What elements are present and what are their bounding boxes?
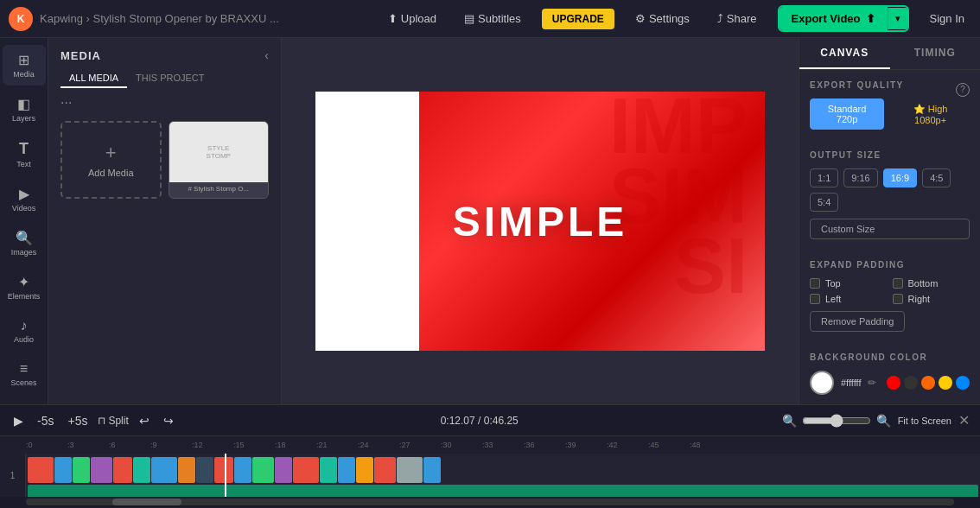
add-media-card[interactable]: + Add Media	[60, 121, 162, 199]
sidebar-item-videos[interactable]: ▶ Videos	[3, 179, 46, 219]
sidebar-item-layers[interactable]: ◧ Layers	[3, 89, 46, 130]
clip-13[interactable]	[275, 457, 292, 483]
sidebar-item-images[interactable]: 🔍 Images	[3, 223, 46, 264]
left-checkbox[interactable]	[810, 294, 820, 304]
help-icon[interactable]: ?	[956, 83, 970, 97]
split-button[interactable]: ⊓ Split	[98, 415, 128, 427]
images-icon: 🔍	[16, 230, 33, 246]
upgrade-button[interactable]: UPGRADE	[542, 9, 614, 29]
track-clips	[26, 457, 980, 483]
zoom-out-icon[interactable]: 🔍	[782, 414, 797, 428]
size-16-9-button[interactable]: 16:9	[883, 168, 917, 187]
clip-12[interactable]	[252, 457, 274, 483]
clip-14[interactable]	[293, 457, 319, 483]
quality-premium-button[interactable]: ⭐ High 1080p+	[891, 98, 970, 130]
sidebar-item-media[interactable]: ⊞ Media	[3, 45, 46, 86]
track-label: 1	[0, 454, 26, 497]
sidebar-item-text[interactable]: T Text	[3, 133, 46, 175]
custom-size-button[interactable]: Custom Size	[810, 219, 970, 239]
scrollbar-thumb[interactable]	[112, 498, 181, 505]
bg-color-hex: #ffffff	[841, 378, 861, 388]
export-dropdown-button[interactable]: ▾	[888, 8, 907, 29]
collapse-icon[interactable]: ‹	[264, 48, 269, 62]
undo-button[interactable]: ↩	[136, 412, 153, 429]
fit-screen-button[interactable]: Fit to Screen	[898, 416, 951, 426]
clip-9[interactable]	[196, 457, 213, 483]
clip-10[interactable]	[214, 457, 233, 483]
sidebar-item-scenes[interactable]: ≡ Scenes	[3, 354, 46, 394]
media-header: MEDIA ‹	[48, 38, 281, 69]
settings-button[interactable]: ⚙ Settings	[628, 9, 697, 29]
share-button[interactable]: ⤴ Share	[710, 9, 764, 29]
track-row-1: 1	[0, 454, 980, 497]
settings-icon: ⚙	[635, 12, 646, 25]
signin-button[interactable]: Sign In	[923, 9, 971, 29]
color-dot-red[interactable]	[887, 376, 900, 390]
remove-padding-button[interactable]: Remove Padding	[810, 311, 905, 332]
sidebar-item-audio[interactable]: ♪ Audio	[3, 311, 46, 351]
skip-back-button[interactable]: -5s	[34, 412, 57, 429]
right-checkbox[interactable]	[893, 294, 903, 304]
top-checkbox[interactable]	[810, 278, 820, 289]
upload-button[interactable]: ⬆ Upload	[381, 9, 443, 29]
clip-1[interactable]	[28, 457, 54, 483]
size-4-5-button[interactable]: 4:5	[922, 168, 951, 187]
color-dot-yellow[interactable]	[939, 376, 952, 390]
redo-button[interactable]: ↪	[160, 412, 177, 429]
layers-icon: ◧	[17, 96, 30, 112]
thumb-label: # Stylish Stomp O...	[169, 182, 269, 195]
edit-color-icon[interactable]: ✏	[868, 377, 876, 389]
topbar: K Kapwing › Stylish Stomp Opener by BRAX…	[0, 0, 980, 38]
expand-padding-section: EXPAND PADDING Top Bottom Left Right	[799, 260, 980, 352]
clip-17[interactable]	[356, 457, 373, 483]
sidebar-item-elements[interactable]: ✦ Elements	[3, 267, 46, 308]
clip-3[interactable]	[73, 457, 90, 483]
color-dot-dark[interactable]	[904, 376, 918, 390]
expand-top[interactable]: Top	[810, 278, 888, 289]
left-sidebar: ⊞ Media ◧ Layers T Text ▶ Videos 🔍 Image…	[0, 38, 48, 404]
zoom-slider[interactable]	[802, 414, 871, 428]
tab-this-project[interactable]: THIS PROJECT	[127, 69, 213, 88]
tab-timing[interactable]: TIMING	[890, 38, 981, 69]
quality-standard-button[interactable]: Standard 720p	[810, 98, 884, 130]
clip-6[interactable]	[133, 457, 150, 483]
tab-canvas[interactable]: CANVAS	[799, 38, 890, 69]
clip-4[interactable]	[91, 457, 112, 483]
subtitles-button[interactable]: ▤ Subtitles	[457, 9, 528, 29]
clip-20[interactable]	[423, 457, 441, 483]
clip-16[interactable]	[338, 457, 355, 483]
clip-19[interactable]	[397, 457, 423, 483]
color-dot-orange[interactable]	[921, 376, 935, 390]
media-grid: + Add Media STYLESTOMP # Stylish Stomp O…	[48, 114, 281, 206]
export-video-button[interactable]: Export Video ⬆	[780, 7, 888, 30]
track-content[interactable]	[26, 454, 980, 497]
tab-all-media[interactable]: ALL MEDIA	[60, 69, 127, 88]
color-dot-blue[interactable]	[956, 376, 970, 390]
clip-8[interactable]	[178, 457, 195, 483]
size-1-1-button[interactable]: 1:1	[810, 168, 838, 187]
skip-fwd-button[interactable]: +5s	[64, 412, 91, 429]
bg-color-swatch[interactable]	[810, 371, 834, 395]
clip-18[interactable]	[374, 457, 396, 483]
play-button[interactable]: ▶	[10, 412, 27, 429]
expand-bottom[interactable]: Bottom	[893, 278, 970, 289]
clip-5[interactable]	[113, 457, 132, 483]
clip-2[interactable]	[54, 457, 72, 483]
media-more-options[interactable]: ···	[48, 95, 281, 111]
clip-7[interactable]	[151, 457, 177, 483]
clip-15[interactable]	[320, 457, 337, 483]
size-9-16-button[interactable]: 9:16	[843, 168, 877, 187]
size-5-4-button[interactable]: 5:4	[810, 193, 838, 212]
expand-right[interactable]: Right	[893, 294, 970, 304]
clip-11[interactable]	[234, 457, 251, 483]
media-thumbnail[interactable]: STYLESTOMP # Stylish Stomp O...	[169, 121, 270, 199]
zoom-in-icon[interactable]: 🔍	[876, 414, 891, 428]
media-panel: MEDIA ‹ ALL MEDIA THIS PROJECT ··· + Add…	[48, 38, 282, 404]
bottom-checkbox[interactable]	[893, 278, 903, 289]
expand-left[interactable]: Left	[810, 294, 888, 304]
brand-title: Kapwing › Stylish Stomp Opener by BRAXXU…	[40, 12, 279, 25]
close-timeline-button[interactable]: ✕	[958, 412, 970, 429]
timeline-scrollbar[interactable]	[26, 498, 954, 505]
canvas-frame: IMP SIM SI SIMPLE	[315, 92, 765, 351]
timeline-tracks: :0 :3 :6 :9 :12 :15 :18 :21 :24 :27 :30 …	[0, 436, 980, 508]
